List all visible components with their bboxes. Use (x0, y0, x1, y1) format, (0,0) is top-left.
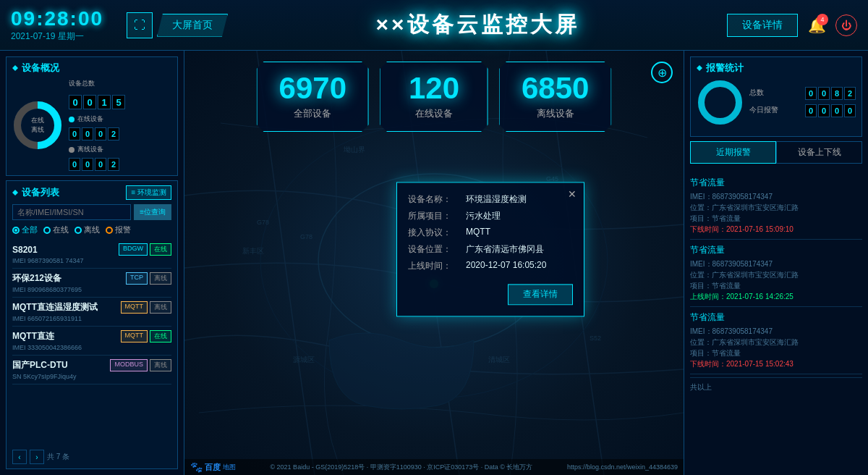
header-nav-right: 设备详情 🔔 4 ⏻ (727, 12, 857, 38)
device-stats: 设备总数 0 0 1 5 在线设备 0 0 0 (69, 79, 171, 171)
filter-online[interactable]: 在线 (43, 224, 69, 235)
status-tag: 离线 (150, 359, 171, 371)
tab-recent-alarm[interactable]: 近期报警 (690, 141, 776, 164)
svg-text:坳山界: 坳山界 (343, 146, 365, 154)
main-title: ××设备云监控大屏 (228, 10, 727, 40)
offline-dot (69, 147, 75, 153)
device-name: MQTT直连 (12, 330, 54, 342)
device-overview-section: 设备概况 在线 离线 设备总数 (6, 56, 178, 176)
search-input[interactable] (12, 204, 131, 220)
popup-time-value: 2020-12-07 16:05:20 (466, 260, 546, 272)
alarm-imei: IMEI：868739058174347 (690, 326, 862, 337)
alarm-time: 下线时间：2021-07-16 15:09:10 (690, 224, 862, 235)
total-digits: 0 0 1 5 (69, 95, 171, 109)
popup-close-button[interactable]: ✕ (568, 188, 576, 200)
list-item[interactable]: MQTT直连温湿度测试 MQTT 离线 IMEI 665072165931911 (12, 298, 171, 327)
radio-all (12, 227, 20, 234)
today-alarm-label: 今日报警 (749, 105, 778, 115)
env-filter-button[interactable]: ≡ 环境监测 (126, 185, 171, 200)
alarm-scroll[interactable]: 节省流量 IMEI：868739058174347 位置：广东省深圳市宝安区海汇… (690, 172, 862, 469)
list-item[interactable]: 环保212设备 TCP 离线 IMEI 890968680377695 (12, 269, 171, 298)
offline-number: 6850 (522, 73, 589, 104)
map-target-button[interactable]: ⊕ (651, 62, 673, 83)
popup-location-row: 设备位置： 广东省清远市佛冈县 (408, 243, 573, 256)
alarm-imei: IMEI：868739058174347 (690, 258, 862, 269)
popup-detail-button[interactable]: 查看详情 (508, 284, 573, 305)
device-tags: TCP 离线 (126, 272, 171, 285)
svg-text:G78: G78 (300, 233, 312, 240)
popup-project-label: 所属项目： (408, 210, 466, 222)
device-item-header: S8201 BDGW 在线 (12, 243, 171, 256)
device-item-header: MQTT直连 MQTT 在线 (12, 330, 171, 342)
filter-all[interactable]: 全部 (12, 224, 38, 235)
radio-offline (75, 227, 82, 234)
device-tags: MQTT 在线 (121, 330, 172, 342)
online-digits: 0 0 0 2 (69, 127, 171, 140)
time-display: 09:28:00 (11, 7, 103, 30)
alarm-overview: 总数 0 0 8 2 今日报警 0 0 0 (697, 79, 856, 126)
list-item[interactable]: MQTT直连 MQTT 在线 IMEI 333050042386666 (12, 327, 171, 356)
device-donut: 在线 离线 (12, 100, 63, 151)
next-page-button[interactable]: › (30, 450, 44, 464)
alarm-time-label: 下线时间：2021-07-15 15:02:43 (690, 360, 793, 368)
nav-detail-button[interactable]: 设备详情 (727, 14, 798, 37)
device-tags: MQTT 离线 (121, 301, 172, 314)
alarm-detail-1: IMEI：868739058174347 位置：广东省深圳市宝安区海汇路 项目：… (690, 191, 862, 235)
bell-button[interactable]: 🔔 4 (804, 12, 830, 38)
offline-devices-card: 6850 离线设备 (499, 62, 611, 132)
status-tag: 离线 (150, 272, 171, 285)
online-stat-row: 在线设备 (69, 114, 171, 124)
filter-alarm[interactable]: 报警 (106, 224, 131, 235)
alarm-time-label: 上线时间：2021-07-16 14:26:25 (690, 293, 793, 300)
list-item: 节省流量 IMEI：868739058174347 位置：广东省深圳市宝安区海汇… (690, 307, 862, 374)
alarm-time: 上线时间：2021-07-16 14:26:25 (690, 291, 862, 302)
alarm-title: 报警统计 (697, 62, 856, 75)
total-stat: 设备总数 (69, 79, 171, 88)
nav-home-button[interactable]: 大屏首页 (157, 14, 228, 37)
map-url: https://blog.csdn.net/weixin_44384639 (567, 463, 678, 471)
radio-alarm (106, 227, 113, 234)
map-area[interactable]: 坳山界 新丰区 G45 G78 G78 G78 清城区 源城区 S52 6970… (184, 51, 684, 475)
digit-1: 0 (83, 95, 96, 109)
alarm-stats-section: 报警统计 总数 0 0 8 2 (690, 56, 862, 137)
search-row: ≡位查询 (12, 204, 171, 220)
device-name: MQTT直连温湿度测试 (12, 301, 98, 314)
device-overview: 在线 离线 设备总数 0 0 1 5 (12, 79, 171, 171)
offline-stat-row: 离线设备 (69, 145, 171, 154)
protocol-tag: MQTT (121, 330, 148, 342)
alarm-imei: IMEI：868739058174347 (690, 191, 862, 202)
filter-offline[interactable]: 离线 (75, 224, 100, 235)
popup-protocol-value: MQTT (466, 227, 490, 239)
popup-actions: 查看详情 (408, 277, 573, 305)
device-scroll[interactable]: S8201 BDGW 在线 IMEI 9687390581 74347 环保21… (12, 240, 171, 447)
alarm-tabs: 近期报警 设备上下线 (690, 141, 862, 164)
list-item[interactable]: 国产PLC-DTU MODBUS 离线 SN 5Kcy7sIp9FJiqu4y (12, 356, 171, 384)
header-center: ××设备云监控大屏 (228, 10, 727, 40)
online-label: 在线设备 (402, 107, 466, 120)
protocol-tag: BDGW (119, 243, 148, 256)
protocol-tag: TCP (126, 272, 148, 285)
status-tag: 在线 (150, 330, 171, 342)
alarm-location: 位置：广东省深圳市宝安区海汇路 (690, 202, 862, 213)
device-imei: SN 5Kcy7sIp9FJiqu4y (12, 373, 171, 380)
tab-device-status[interactable]: 设备上下线 (776, 141, 862, 164)
alarm-title-2: 节省流量 (690, 244, 862, 256)
power-button[interactable]: ⏻ (835, 14, 857, 36)
svg-text:G78: G78 (257, 219, 269, 226)
alarm-project: 项目：节省流量 (690, 280, 862, 291)
ad1: 0 (818, 104, 830, 117)
prev-page-button[interactable]: ‹ (12, 450, 27, 464)
device-list-title: 设备列表 (12, 186, 59, 199)
ad0: 0 (805, 104, 817, 117)
list-item[interactable]: S8201 BDGW 在线 IMEI 9687390581 74347 (12, 240, 171, 269)
svg-text:新丰区: 新丰区 (242, 247, 264, 255)
offline-label: 离线设备 (522, 107, 589, 120)
popup-name-label: 设备名称： (408, 193, 466, 206)
map-copyright: © 2021 Baidu - GS(2019)5218号 · 甲测资字11009… (270, 463, 532, 472)
expand-button[interactable]: ⛶ (127, 12, 153, 38)
device-name: 环保212设备 (12, 272, 61, 285)
radio-online (43, 227, 51, 234)
status-tag: 离线 (150, 301, 171, 314)
search-button[interactable]: ≡位查询 (134, 204, 171, 220)
title-icon2 (12, 190, 18, 196)
